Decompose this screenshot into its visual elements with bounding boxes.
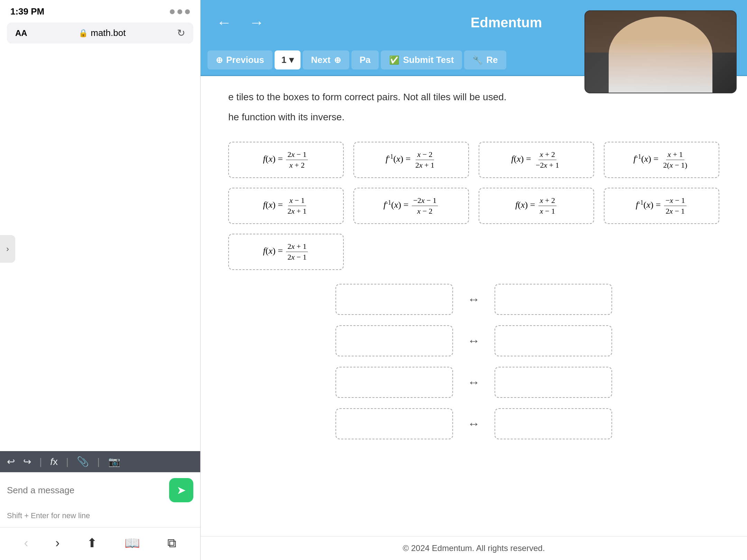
time-display: 1:39 PM <box>10 6 44 17</box>
left-panel: 1:39 PM AA 🔒 math.bot ↻ › ↩ ↪ | fx | 📎 |… <box>0 0 201 560</box>
drop-row-3: ↔ <box>242 367 706 398</box>
arrow-2: ↔ <box>460 334 488 348</box>
redo-icon[interactable]: ↪ <box>23 456 31 467</box>
forward-arrow[interactable]: → <box>246 10 268 35</box>
edmentum-footer: © 2024 Edmentum. All rights reserved. <box>201 536 747 560</box>
pause-button[interactable]: Pa <box>351 50 379 69</box>
send-button[interactable]: ➤ <box>169 478 193 502</box>
chat-hint: Shift + Enter for new line <box>0 508 200 527</box>
lock-icon: 🔒 <box>79 29 88 38</box>
drop-row-2: ↔ <box>242 325 706 356</box>
previous-button[interactable]: ⊕ Previous <box>208 50 273 69</box>
tile-5[interactable]: f(x) = x − 12x + 1 <box>228 188 344 224</box>
drop-box-4-right[interactable] <box>495 408 612 439</box>
chat-input-area[interactable]: ➤ <box>0 472 200 508</box>
attachment-icon[interactable]: 📎 <box>77 456 89 467</box>
ios-bottom-bar: ‹ › ⬆ 📖 ⧉ <box>0 527 200 560</box>
submit-test-button[interactable]: ✅ Submit Test <box>381 50 462 69</box>
bookmark-button[interactable]: 📖 <box>119 533 146 553</box>
right-panel: ← → Edmentum ⊕ Previous 1 ▾ Next ⊕ Pa ✅ … <box>201 0 747 560</box>
question-num[interactable]: 1 ▾ <box>275 50 301 69</box>
aa-label: AA <box>15 28 27 38</box>
tile-6[interactable]: f-1(x) = −2x − 1x − 2 <box>353 188 469 224</box>
sidebar-toggle[interactable]: › <box>0 235 15 263</box>
ios-status-bar: 1:39 PM <box>0 0 200 20</box>
previous-icon: ⊕ <box>216 55 223 65</box>
chat-area: › <box>0 46 200 451</box>
arrow-1: ↔ <box>460 292 488 307</box>
tile-4[interactable]: f-1(x) = x + 12(x − 1) <box>604 142 719 178</box>
url-display: 🔒 math.bot <box>79 28 126 38</box>
review-button[interactable]: 🔧 Re <box>464 50 506 69</box>
formula-icon[interactable]: fx <box>50 456 58 467</box>
drop-box-3-left[interactable] <box>335 367 453 398</box>
video-person <box>609 17 712 93</box>
tile-2[interactable]: f-1(x) = x − 22x + 1 <box>353 142 469 178</box>
dropdown-icon: ▾ <box>289 55 294 65</box>
status-dots <box>170 9 190 14</box>
arrow-3: ↔ <box>460 375 488 390</box>
drop-box-3-right[interactable] <box>495 367 612 398</box>
edmentum-content: e tiles to the boxes to form correct pai… <box>201 76 747 536</box>
undo-icon[interactable]: ↩ <box>7 456 15 467</box>
drop-row-1: ↔ <box>242 284 706 315</box>
chat-toolbar: ↩ ↪ | fx | 📎 | 📷 <box>0 451 200 472</box>
divider2: | <box>66 456 68 467</box>
divider3: | <box>97 456 100 467</box>
tabs-button[interactable]: ⧉ <box>162 533 182 553</box>
drop-box-1-left[interactable] <box>335 284 453 315</box>
drop-box-4-left[interactable] <box>335 408 453 439</box>
camera-icon[interactable]: 📷 <box>108 456 120 467</box>
tile-1[interactable]: f(x) = 2x − 1x + 2 <box>228 142 344 178</box>
chat-input[interactable] <box>7 480 164 501</box>
next-icon: ⊕ <box>334 55 341 65</box>
divider1: | <box>39 456 42 467</box>
back-button[interactable]: ‹ <box>18 533 34 553</box>
instruction-2: he function with its inverse. <box>228 110 719 124</box>
drop-box-2-left[interactable] <box>335 325 453 356</box>
video-placeholder <box>585 11 736 93</box>
tile-9[interactable]: f(x) = 2x + 12x − 1 <box>228 234 344 270</box>
drop-box-2-right[interactable] <box>495 325 612 356</box>
forward-button[interactable]: › <box>50 533 65 553</box>
wrench-icon: 🔧 <box>472 55 483 65</box>
submit-icon: ✅ <box>389 55 399 65</box>
drop-zones: ↔ ↔ ↔ ↔ <box>228 284 719 439</box>
share-button[interactable]: ⬆ <box>81 533 103 553</box>
copyright-text: © 2024 Edmentum. All rights reserved. <box>403 543 545 553</box>
url-bar[interactable]: AA 🔒 math.bot ↻ <box>7 22 193 44</box>
tiles-grid: f(x) = 2x − 1x + 2 f-1(x) = x − 22x + 1 … <box>228 142 719 270</box>
back-arrow[interactable]: ← <box>213 10 235 35</box>
drop-row-4: ↔ <box>242 408 706 439</box>
tile-3[interactable]: f(x) = x + 2−2x + 1 <box>479 142 594 178</box>
tile-8[interactable]: f-1(x) = −x − 12x − 1 <box>604 188 719 224</box>
arrow-4: ↔ <box>460 417 488 431</box>
video-overlay <box>584 10 737 93</box>
tile-7[interactable]: f(x) = x + 2x − 1 <box>479 188 594 224</box>
next-button[interactable]: Next ⊕ <box>303 50 349 69</box>
drop-box-1-right[interactable] <box>495 284 612 315</box>
refresh-icon[interactable]: ↻ <box>177 27 185 39</box>
